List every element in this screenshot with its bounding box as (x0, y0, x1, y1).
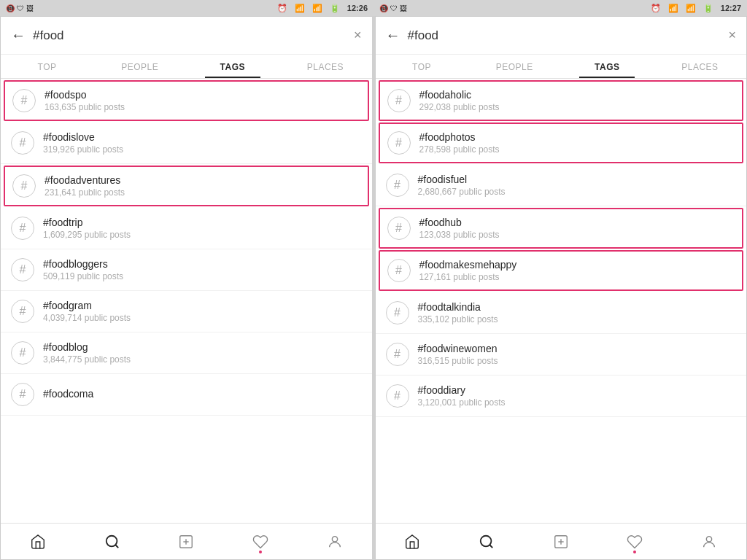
signal-icon-right: 📶 (686, 4, 696, 13)
tag-item-foodtrip[interactable]: # #foodtrip 1,609,295 public posts (1, 208, 372, 249)
nav-add-left[interactable] (149, 524, 223, 559)
tag-count: 127,161 public posts (419, 272, 735, 282)
svg-line-1 (115, 545, 118, 548)
alarm-icon-right: ⏰ (651, 4, 661, 13)
tag-name: #foodislove (43, 131, 362, 143)
back-button-left[interactable]: ← (11, 27, 26, 44)
hash-icon: # (11, 300, 34, 323)
tag-item-foodspo[interactable]: # #foodspo 163,635 public posts (4, 80, 369, 121)
tag-item-foodadventures[interactable]: # #foodadventures 231,641 public posts (4, 166, 369, 206)
tag-item-fooddiary[interactable]: # #fooddiary 3,120,001 public posts (376, 376, 747, 417)
nav-home-right[interactable] (376, 524, 450, 559)
search-query-left: #food (33, 28, 354, 43)
close-button-right[interactable]: × (728, 28, 736, 43)
hash-icon: # (12, 89, 36, 112)
tag-count: 1,609,295 public posts (43, 230, 362, 240)
svg-point-0 (106, 535, 117, 546)
nav-home-left[interactable] (1, 524, 75, 559)
tag-info: #foodphotos 278,598 public posts (419, 131, 735, 155)
tag-info: #foodadventures 231,641 public posts (44, 174, 360, 198)
status-bar-left: 📵 🛡 🖼 ⏰ 📶 📶 🔋 12:26 (0, 0, 374, 16)
activity-dot-right (633, 551, 636, 553)
add-icon (178, 534, 194, 550)
status-bar-right: 📵 🛡 🖼 ⏰ 📶 📶 🔋 12:27 (374, 0, 747, 16)
tag-info: #foodmakesmehappy 127,161 public posts (419, 259, 735, 282)
tab-top-left[interactable]: TOP (1, 55, 93, 78)
tag-item-foodislove[interactable]: # #foodislove 319,926 public posts (1, 122, 372, 164)
tag-item-foodphotos[interactable]: # #foodphotos 278,598 public posts (379, 122, 744, 163)
home-icon (404, 534, 420, 550)
tag-name: #foodtalkindia (418, 301, 737, 313)
tag-item-foodisfuel[interactable]: # #foodisfuel 2,680,667 public posts (376, 165, 747, 206)
tag-info: #foodtrip 1,609,295 public posts (43, 217, 362, 240)
tag-item-foodcoma[interactable]: # #foodcoma (1, 374, 372, 416)
home-icon (30, 534, 46, 550)
tag-count: 123,038 public posts (419, 230, 735, 240)
phone-panel-left: ← #food × TOP PEOPLE TAGS PLACES # #food… (0, 16, 372, 560)
hash-icon: # (11, 341, 34, 365)
tag-name: #foodaholic (419, 89, 735, 101)
tab-tags-right[interactable]: TAGS (561, 55, 654, 78)
hash-icon: # (387, 259, 411, 282)
tag-count: 2,680,667 public posts (418, 187, 737, 197)
tag-info: #foodhub 123,038 public posts (419, 217, 735, 240)
hash-icon: # (11, 131, 34, 155)
tag-item-foodhub[interactable]: # #foodhub 123,038 public posts (379, 208, 744, 249)
tag-info: #foodislove 319,926 public posts (43, 131, 362, 155)
tag-item-foodmakesmehappy[interactable]: # #foodmakesmehappy 127,161 public posts (379, 250, 744, 291)
tag-name: #foodblog (43, 341, 362, 353)
tab-people-right[interactable]: PEOPLE (468, 55, 561, 78)
tag-item-foodgram[interactable]: # #foodgram 4,039,714 public posts (1, 291, 372, 332)
tag-item-foodbloggers[interactable]: # #foodbloggers 509,119 public posts (1, 249, 372, 291)
signal-icon-left: 📶 (312, 4, 322, 13)
wifi-icon-left: 📶 (295, 4, 305, 13)
hash-icon: # (11, 383, 34, 406)
svg-line-7 (489, 545, 492, 548)
media-icon: 🖼 (26, 4, 34, 12)
tag-item-foodwinewomen[interactable]: # #foodwinewomen 316,515 public posts (376, 334, 747, 376)
profile-icon (701, 534, 717, 550)
tag-item-foodtalkindia[interactable]: # #foodtalkindia 335,102 public posts (376, 292, 747, 334)
svg-point-6 (481, 535, 492, 546)
search-query-right: #food (408, 28, 729, 43)
media-icon-right: 🖼 (400, 4, 407, 12)
tab-places-right[interactable]: PLACES (654, 55, 746, 78)
nav-profile-right[interactable] (672, 524, 746, 559)
tab-places-left[interactable]: PLACES (279, 55, 371, 78)
shield-icon-right: 🛡 (390, 4, 398, 12)
tag-name: #foodmakesmehappy (419, 259, 735, 271)
tag-info: #foodbloggers 509,119 public posts (43, 258, 362, 281)
tab-people-left[interactable]: PEOPLE (93, 55, 186, 78)
tag-name: #foodspo (44, 89, 360, 101)
tag-info: #foodtalkindia 335,102 public posts (418, 301, 737, 324)
tag-name: #foodisfuel (418, 174, 737, 185)
tag-item-foodaholic[interactable]: # #foodaholic 292,038 public posts (379, 80, 744, 121)
tag-count: 163,635 public posts (44, 102, 360, 112)
wifi-icon-right: 📶 (668, 4, 678, 13)
search-icon (104, 534, 120, 550)
add-icon (553, 534, 569, 550)
tag-info: #foodaholic 292,038 public posts (419, 89, 735, 112)
alarm-icon-left: ⏰ (277, 4, 287, 13)
nav-profile-left[interactable] (298, 524, 372, 559)
nav-activity-left[interactable] (223, 524, 298, 559)
tag-name: #fooddiary (418, 384, 737, 396)
tab-top-right[interactable]: TOP (376, 55, 468, 78)
back-button-right[interactable]: ← (386, 27, 400, 44)
nav-activity-right[interactable] (598, 524, 673, 559)
nav-search-left[interactable] (75, 524, 150, 559)
hash-icon: # (387, 131, 411, 155)
nav-add-right[interactable] (524, 524, 598, 559)
tag-count: 509,119 public posts (43, 271, 362, 281)
tag-item-foodblog[interactable]: # #foodblog 3,844,775 public posts (1, 332, 372, 374)
tag-info: #foodspo 163,635 public posts (44, 89, 360, 112)
hash-icon: # (386, 343, 409, 366)
status-icons-right: 📵 🛡 🖼 (379, 4, 407, 12)
nav-search-right[interactable] (449, 524, 524, 559)
hash-icon: # (386, 384, 409, 408)
hash-icon: # (11, 217, 34, 240)
tags-list-right: # #foodaholic 292,038 public posts # #fo… (376, 79, 747, 523)
tab-tags-left[interactable]: TAGS (186, 55, 279, 78)
close-button-left[interactable]: × (354, 28, 362, 43)
search-icon (479, 534, 495, 550)
